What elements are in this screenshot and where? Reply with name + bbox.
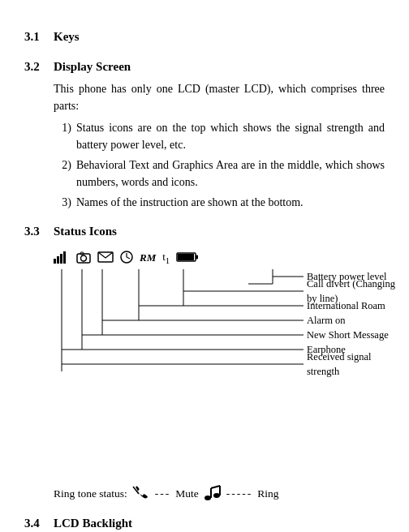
- diagram-spacer: [54, 371, 403, 477]
- lines-diagram: Battery power level Call divert (Changin…: [54, 269, 403, 477]
- label-international-roam: International Roam: [307, 298, 403, 313]
- section-3-1-number: 3.1: [24, 28, 54, 46]
- connector-lines-svg: [54, 269, 305, 375]
- label-alarm-on: Alarm on: [307, 313, 403, 328]
- diagram-labels: Battery power level Call divert (Changin…: [307, 269, 403, 371]
- section-3-3-number: 3.3: [24, 222, 54, 241]
- list-item-2: 2) Behavioral Text and Graphics Area are…: [54, 157, 385, 191]
- section-3-4-number: 3.4: [24, 514, 54, 532]
- envelope-icon: [97, 251, 114, 263]
- battery-icon: [176, 251, 199, 263]
- section-3-2-title: Display Screen: [54, 58, 131, 76]
- section-3-4-header: 3.4 LCD Backlight: [24, 514, 385, 532]
- mute-icon: [132, 486, 150, 502]
- list-item-3: 3) Names of the instruction are shown at…: [54, 194, 385, 211]
- section-3-3-title: Status Icons: [54, 222, 117, 241]
- ring-text: Ring: [257, 486, 278, 502]
- rm-icon: RM: [140, 250, 156, 266]
- section-3-1-header: 3.1 Keys: [24, 28, 385, 46]
- section-3-2-intro: This phone has only one LCD (master LCD)…: [54, 80, 385, 114]
- svg-line-10: [127, 257, 130, 259]
- t1-icon: t1: [162, 249, 170, 267]
- svg-rect-2: [60, 254, 62, 264]
- status-icon-bar: RM t1: [54, 249, 385, 267]
- section-3-1-title: Keys: [54, 28, 80, 46]
- list-content-1: Status icons are on the top which shows …: [76, 119, 385, 153]
- svg-rect-1: [57, 256, 59, 264]
- section-3-2-header: 3.2 Display Screen: [24, 58, 385, 76]
- section-3-4-title: LCD Backlight: [54, 514, 132, 532]
- label-call-divert: Call divert (Changing by line): [307, 284, 403, 298]
- ringtone-label: Ring tone status:: [54, 486, 127, 502]
- list-num-2: 2): [54, 157, 76, 191]
- section-3-3-header: 3.3 Status Icons: [24, 222, 385, 241]
- svg-rect-13: [178, 254, 194, 260]
- svg-point-5: [81, 255, 87, 261]
- list-num-1: 1): [54, 119, 76, 153]
- clock-icon: [120, 251, 133, 264]
- list-item-1: 1) Status icons are on the top which sho…: [54, 119, 385, 153]
- camera-icon: [76, 251, 91, 264]
- ring-icon: [204, 485, 222, 503]
- section-3-2-number: 3.2: [24, 58, 54, 76]
- signal-bars-icon: [54, 251, 70, 264]
- svg-point-34: [204, 496, 211, 500]
- mute-text: Mute: [175, 486, 199, 502]
- label-new-short-message: New Short Message: [307, 328, 403, 342]
- list-content-2: Behavioral Text and Graphics Area are in…: [76, 157, 385, 191]
- ring-dashes: -----: [226, 486, 252, 502]
- status-icons-diagram: RM t1: [54, 249, 385, 478]
- ringtone-status-row: Ring tone status: --- Mute ----- Ring: [54, 485, 385, 503]
- label-received-signal: Received signal strength: [307, 357, 403, 371]
- list-content-3: Names of the instruction are shown at th…: [76, 194, 385, 211]
- svg-rect-0: [54, 259, 56, 264]
- svg-point-35: [213, 493, 220, 498]
- svg-line-38: [211, 486, 220, 488]
- list-num-3: 3): [54, 194, 76, 211]
- svg-rect-3: [63, 251, 66, 264]
- mute-dashes: ---: [155, 486, 171, 502]
- svg-rect-12: [196, 255, 198, 260]
